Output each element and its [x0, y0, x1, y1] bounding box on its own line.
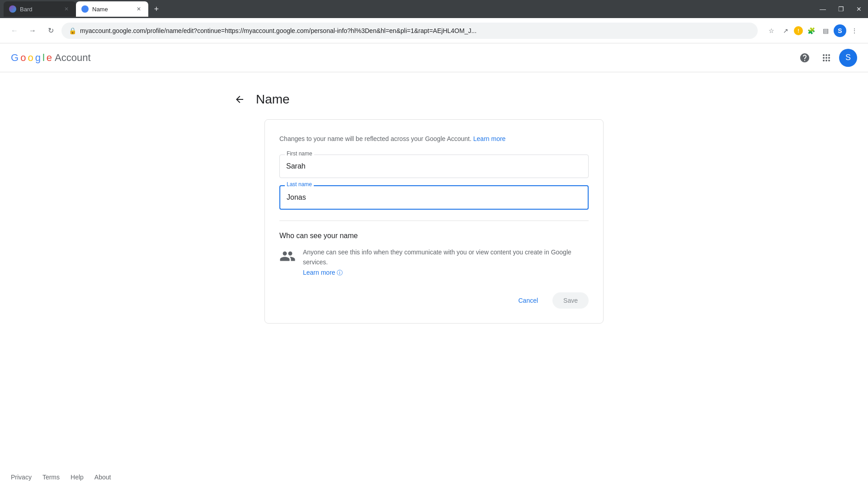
tab-bard-title: Bard: [20, 6, 59, 13]
logo-area: Google Account: [11, 52, 91, 64]
extensions-button[interactable]: 🧩: [805, 24, 817, 37]
maximize-button[interactable]: ❐: [835, 4, 846, 14]
logo-g2: g: [35, 52, 41, 64]
form-actions: Cancel Save: [279, 292, 589, 309]
menu-button[interactable]: ⋮: [848, 24, 861, 37]
url-bar[interactable]: 🔒 myaccount.google.com/profile/name/edit…: [61, 23, 758, 39]
google-account-header: Google Account S: [0, 43, 868, 72]
first-name-input[interactable]: [279, 155, 589, 178]
bard-favicon: [9, 5, 16, 13]
minimize-button[interactable]: —: [817, 4, 828, 14]
first-name-label: First name: [285, 150, 314, 157]
help-icon: [799, 52, 810, 63]
tab-name-close[interactable]: ✕: [135, 5, 143, 13]
terms-link[interactable]: Terms: [42, 474, 60, 481]
new-tab-button[interactable]: +: [150, 3, 163, 15]
logo-l: l: [42, 52, 45, 64]
browser-chrome: Bard ✕ Name ✕ + — ❐ ✕ ← → ↻ 🔒 myaccount.…: [0, 0, 868, 43]
learn-more-link[interactable]: Learn more: [473, 135, 506, 142]
visibility-title: Who can see your name: [279, 232, 589, 240]
learn-more-info-icon: ⓘ: [337, 269, 343, 276]
share-button[interactable]: ↗: [779, 24, 792, 37]
visibility-text-block: Anyone can see this info when they commu…: [303, 247, 589, 278]
help-button[interactable]: [796, 49, 814, 67]
tab-bard-close[interactable]: ✕: [62, 5, 71, 13]
visibility-info: Anyone can see this info when they commu…: [279, 247, 589, 278]
page-header: Name: [231, 90, 637, 108]
extension-badge: !: [794, 26, 803, 35]
form-card: Changes to your name will be reflected a…: [264, 119, 604, 324]
tab-name[interactable]: Name ✕: [76, 1, 148, 17]
header-actions: S: [796, 49, 857, 67]
avatar[interactable]: S: [839, 49, 857, 67]
logo-o1: o: [20, 52, 26, 64]
first-name-group: First name: [279, 155, 589, 178]
last-name-label: Last name: [285, 181, 314, 188]
last-name-input[interactable]: [279, 185, 589, 210]
close-button[interactable]: ✕: [854, 4, 864, 14]
people-icon: [279, 248, 296, 264]
browser-titlebar: Bard ✕ Name ✕ + — ❐ ✕: [0, 0, 868, 18]
page-title: Name: [256, 92, 290, 107]
google-logo: Google: [11, 52, 52, 64]
main-content: Name Changes to your name will be reflec…: [0, 72, 868, 342]
back-arrow-icon: [234, 94, 245, 105]
logo-g: G: [11, 52, 19, 64]
back-button[interactable]: [231, 90, 249, 108]
lock-icon: 🔒: [69, 27, 76, 34]
url-text: myaccount.google.com/profile/name/edit?c…: [80, 27, 750, 34]
form-description: Changes to your name will be reflected a…: [279, 134, 589, 144]
help-link[interactable]: Help: [71, 474, 84, 481]
page-footer: Privacy Terms Help About: [0, 466, 868, 488]
sidebar-button[interactable]: ▤: [819, 24, 832, 37]
tab-bard[interactable]: Bard ✕: [4, 1, 76, 17]
cancel-button[interactable]: Cancel: [507, 292, 549, 309]
apps-button[interactable]: [817, 49, 835, 67]
page: Google Account S: [0, 43, 868, 488]
address-bar: ← → ↻ 🔒 myaccount.google.com/profile/nam…: [0, 18, 868, 43]
reload-button[interactable]: ↻: [43, 23, 58, 38]
tab-name-title: Name: [92, 6, 131, 13]
visibility-section: Who can see your name Anyone can see thi…: [279, 221, 589, 278]
forward-nav-button[interactable]: →: [25, 23, 40, 38]
last-name-group: Last name: [279, 185, 589, 210]
window-controls: — ❐ ✕: [817, 4, 864, 14]
save-button[interactable]: Save: [552, 292, 589, 309]
apps-icon: [821, 52, 832, 63]
privacy-link[interactable]: Privacy: [11, 474, 32, 481]
browser-actions: ☆ ↗ ! 🧩 ▤ S ⋮: [765, 24, 861, 37]
header-account-text: Account: [55, 52, 91, 64]
logo-o2: o: [28, 52, 33, 64]
back-nav-button[interactable]: ←: [7, 23, 22, 38]
logo-e: e: [47, 52, 52, 64]
account-button[interactable]: S: [834, 24, 846, 37]
bookmark-button[interactable]: ☆: [765, 24, 778, 37]
name-favicon: [81, 5, 89, 13]
visibility-learn-more-link[interactable]: Learn more ⓘ: [303, 269, 343, 276]
about-link[interactable]: About: [94, 474, 111, 481]
